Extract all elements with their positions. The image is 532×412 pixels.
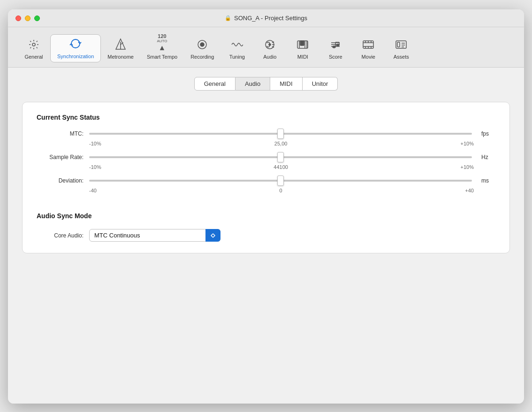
svg-point-7 xyxy=(269,44,271,46)
sample-rate-track-wrap xyxy=(89,156,472,158)
deviation-max-label: +40 xyxy=(465,188,474,193)
mtc-unit: fps xyxy=(481,130,495,137)
sample-rate-unit: Hz xyxy=(481,154,495,160)
toolbar-item-midi[interactable]: MIDI xyxy=(286,36,319,62)
movie-icon xyxy=(362,39,374,52)
sample-rate-section: Sample Rate: Hz -10% 44100 +10% xyxy=(37,154,495,170)
sub-tab-midi[interactable]: MIDI xyxy=(270,77,302,91)
window-title: 🔒 SONG_A - Project Settings xyxy=(225,15,307,22)
mtc-track-wrap xyxy=(89,133,472,135)
mtc-label: MTC: xyxy=(37,130,84,137)
lock-icon: 🔒 xyxy=(225,15,231,21)
deviation-unit: ms xyxy=(481,177,495,184)
audio-sync-title: Audio Sync Mode xyxy=(37,212,495,220)
metronome-label: Metronome xyxy=(107,54,134,60)
toolbar-item-assets[interactable]: Assets xyxy=(385,36,418,62)
recording-label: Recording xyxy=(190,54,214,60)
sample-rate-label: Sample Rate: xyxy=(37,154,84,160)
audio-icon xyxy=(264,39,276,52)
core-audio-label: Core Audio: xyxy=(37,232,84,239)
svg-point-5 xyxy=(200,43,204,46)
mtc-slider[interactable] xyxy=(89,133,472,135)
general-label: General xyxy=(24,54,43,60)
sample-rate-slider[interactable] xyxy=(89,156,472,158)
sub-tab-audio[interactable]: Audio xyxy=(236,77,270,91)
deviation-slider[interactable] xyxy=(89,180,472,182)
mtc-slider-container xyxy=(89,133,472,135)
deviation-slider-container xyxy=(89,180,472,182)
recording-icon xyxy=(197,39,208,52)
mtc-row: MTC: fps xyxy=(37,130,495,137)
settings-panel: Current Sync Status MTC: fps -1 xyxy=(22,102,510,253)
toolbar-item-smart-tempo[interactable]: 120 AUTO ▲ Smart Tempo xyxy=(140,31,184,62)
sample-rate-row: Sample Rate: Hz xyxy=(37,154,495,160)
svg-rect-18 xyxy=(302,41,304,46)
general-icon xyxy=(28,39,39,52)
toolbar-item-score[interactable]: Score xyxy=(319,36,352,62)
toolbar: General Synchronization xyxy=(8,27,524,68)
svg-point-22 xyxy=(333,46,335,48)
score-icon xyxy=(329,39,342,52)
mtc-center-label: 25,00 xyxy=(274,141,288,146)
svg-rect-37 xyxy=(397,42,400,47)
sample-rate-slider-container xyxy=(89,156,472,158)
sub-tab-general[interactable]: General xyxy=(194,77,236,91)
sub-tab-unitor[interactable]: Unitor xyxy=(303,77,338,91)
svg-point-0 xyxy=(32,43,35,46)
sample-rate-min-label: -10% xyxy=(89,164,101,170)
traffic-lights xyxy=(15,15,40,21)
assets-icon xyxy=(395,39,407,52)
toolbar-item-general[interactable]: General xyxy=(17,36,50,62)
core-audio-select[interactable]: MTC Continuous MTC Once Free Running MID… xyxy=(89,229,220,242)
deviation-section: Deviation: ms -40 0 +40 xyxy=(37,177,495,193)
tuning-icon xyxy=(231,39,243,52)
deviation-center-label: 0 xyxy=(280,188,282,193)
audio-sync-section: Audio Sync Mode Core Audio: MTC Continuo… xyxy=(37,212,495,242)
smart-tempo-icon: 120 AUTO ▲ xyxy=(157,34,167,52)
sync-status-title: Current Sync Status xyxy=(37,114,495,121)
midi-label: MIDI xyxy=(297,54,308,60)
deviation-row: Deviation: ms xyxy=(37,177,495,184)
toolbar-item-movie[interactable]: Movie xyxy=(352,36,385,62)
audio-label: Audio xyxy=(263,54,276,60)
maximize-button[interactable] xyxy=(34,15,40,21)
toolbar-item-tuning[interactable]: Tuning xyxy=(220,36,253,62)
toolbar-item-metronome[interactable]: Metronome xyxy=(101,35,140,62)
mtc-min-label: -10% xyxy=(89,141,101,146)
synchronization-icon xyxy=(69,38,82,52)
deviation-track-wrap xyxy=(89,180,472,182)
minimize-button[interactable] xyxy=(25,15,30,21)
deviation-label: Deviation: xyxy=(37,177,84,184)
deviation-min-label: -40 xyxy=(89,188,97,193)
mtc-section: MTC: fps -10% 25,00 +10% xyxy=(37,130,495,146)
smart-tempo-label: Smart Tempo xyxy=(147,54,177,60)
score-label: Score xyxy=(329,54,342,60)
svg-point-24 xyxy=(336,44,339,46)
close-button[interactable] xyxy=(15,15,21,21)
sub-tabs: General Audio MIDI Unitor xyxy=(22,77,510,91)
tuning-label: Tuning xyxy=(229,54,245,60)
mtc-max-label: +10% xyxy=(461,141,474,146)
main-window: 🔒 SONG_A - Project Settings General xyxy=(8,9,524,404)
toolbar-item-synchronization[interactable]: Synchronization xyxy=(50,34,101,62)
midi-icon xyxy=(296,39,309,52)
assets-label: Assets xyxy=(394,54,409,60)
toolbar-item-recording[interactable]: Recording xyxy=(184,36,220,62)
synchronization-label: Synchronization xyxy=(57,53,94,59)
content-area: General Audio MIDI Unitor Current Sync S… xyxy=(8,68,524,404)
sample-rate-max-label: +10% xyxy=(461,164,474,170)
metronome-icon xyxy=(115,38,126,52)
movie-label: Movie xyxy=(362,54,375,60)
core-audio-row: Core Audio: MTC Continuous MTC Once Free… xyxy=(37,229,495,242)
sample-rate-center-label: 44100 xyxy=(274,164,288,170)
title-bar: 🔒 SONG_A - Project Settings xyxy=(8,9,524,27)
toolbar-item-audio[interactable]: Audio xyxy=(253,36,286,62)
sync-status-grid: MTC: fps -10% 25,00 +10% xyxy=(37,130,495,201)
core-audio-select-wrapper: MTC Continuous MTC Once Free Running MID… xyxy=(89,229,220,242)
